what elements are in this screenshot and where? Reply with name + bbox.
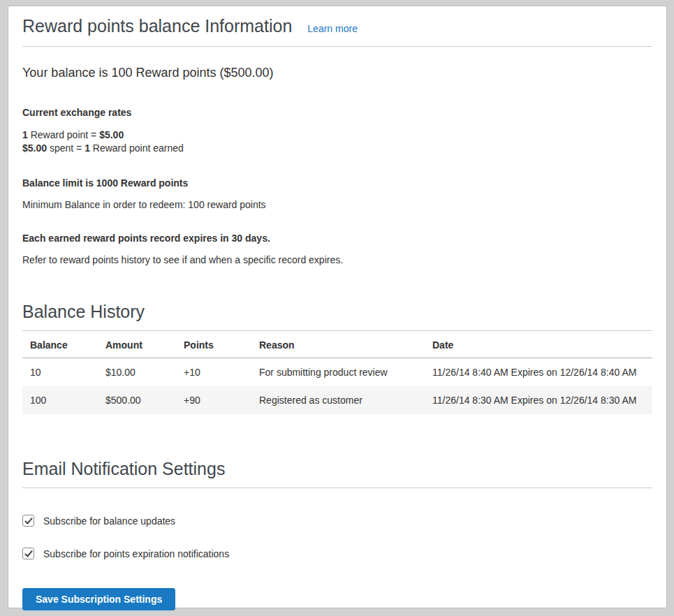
cell-reason: Registered as customer [251,386,425,414]
exchange-line1-bold2: $5.00 [99,129,124,140]
cell-amount: $500.00 [98,386,176,414]
exchange-line1-text1: Reward point = [28,129,99,140]
balance-history-heading: Balance History [22,302,652,331]
subscribe-expiration-notifications-row[interactable]: Subscribe for points expiration notifica… [22,548,229,559]
table-row: 10 $10.00 +10 For submitting product rev… [22,358,652,387]
learn-more-link[interactable]: Learn more [307,23,358,34]
save-subscription-settings-button[interactable]: Save Subscription Settings [22,588,175,610]
balance-history-table: Balance Amount Points Reason Date 10 $10… [22,331,652,414]
minimum-balance-note: Minimum Balance in order to redeem: 100 … [22,199,652,210]
cell-date: 11/26/14 8:30 AM Expires on 12/26/14 8:3… [425,386,652,414]
expiry-note: Each earned reward points record expires… [22,233,652,244]
expiration-notifications-checkbox[interactable] [22,548,34,559]
title-divider [22,46,652,47]
expiry-detail-note: Refer to reward points history to see if… [22,254,652,265]
page-background: { "colors": { "accent_blue": "#1979c3", … [0,0,674,616]
table-row: 100 $500.00 +90 Registered as customer 1… [22,386,652,414]
exchange-rates-heading: Current exchange rates [22,107,652,118]
reward-points-card: Reward points balance Information Learn … [8,6,667,608]
page-title: Reward points balance Information [22,16,292,36]
exchange-line2-text1: spent = [47,142,85,154]
subscribe-balance-updates-row[interactable]: Subscribe for balance updates [22,515,175,527]
expiration-notifications-label: Subscribe for points expiration notifica… [43,548,229,559]
col-header-balance: Balance [22,331,98,358]
col-header-amount: Amount [98,331,176,358]
cell-points: +90 [176,386,251,414]
exchange-line2-bold1: $5.00 [22,142,47,154]
exchange-rate-line-earn: 1 Reward point = $5.00 [22,129,652,142]
balance-limit-note: Balance limit is 1000 Reward points [22,177,652,189]
table-header-row: Balance Amount Points Reason Date [22,331,652,358]
exchange-line2-text2: Reward point earned [90,142,184,154]
exchange-line2-bold2: 1 [85,142,90,154]
cell-amount: $10.00 [98,358,176,387]
cell-balance: 10 [22,358,98,387]
col-header-date: Date [425,331,652,358]
col-header-points: Points [176,331,251,358]
exchange-line1-bold1: 1 [22,129,28,140]
col-header-reason: Reason [251,331,425,358]
cell-reason: For submitting product review [251,358,425,387]
page-header: Reward points balance Information Learn … [22,16,652,36]
cell-points: +10 [176,358,251,387]
balance-summary: Your balance is 100 Reward points ($500.… [22,66,652,80]
exchange-rate-line-spend: $5.00 spent = 1 Reward point earned [22,142,652,155]
balance-updates-checkbox[interactable] [22,515,34,527]
balance-updates-label: Subscribe for balance updates [43,515,175,527]
exchange-rates: 1 Reward point = $5.00 $5.00 spent = 1 R… [22,129,652,155]
cell-date: 11/26/14 8:40 AM Expires on 12/26/14 8:4… [425,358,652,387]
email-notification-settings-heading: Email Notification Settings [22,459,652,488]
cell-balance: 100 [22,386,98,414]
